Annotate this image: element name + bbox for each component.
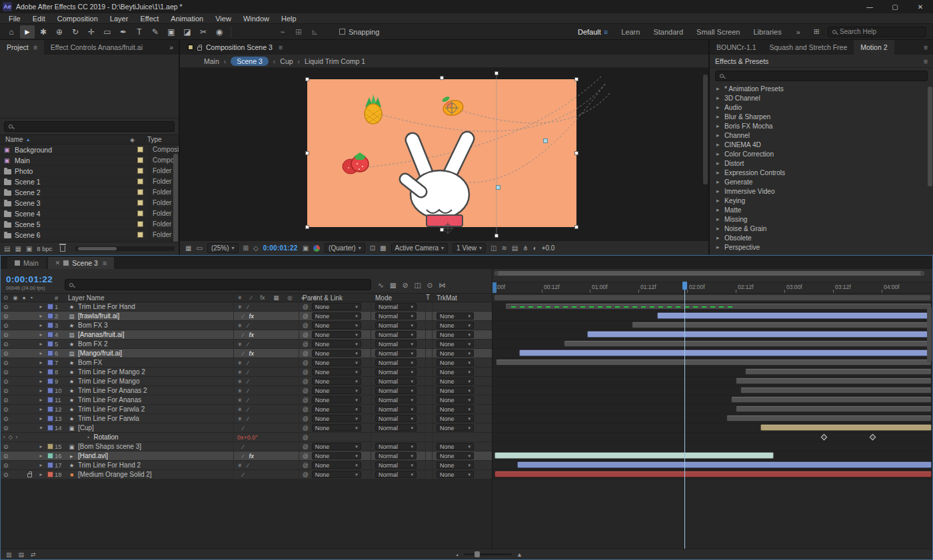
switches-cell[interactable]: ∕ xyxy=(233,423,299,432)
preserve-transparency-cell[interactable] xyxy=(425,451,432,460)
effects-search[interactable] xyxy=(715,71,928,81)
timeline-layer-row-1[interactable]: ⊙▸1★Trim Line For Hand✳∕@None▾Normal▾ xyxy=(1,302,932,312)
layer-label-chip[interactable] xyxy=(47,397,53,403)
effects-category-color-correction[interactable]: ▸Color Correction xyxy=(710,149,933,158)
twirl-icon[interactable]: ▸ xyxy=(716,95,720,101)
row-track[interactable] xyxy=(492,396,932,405)
parent-dropdown[interactable]: None▾ xyxy=(312,368,361,376)
breadcrumb-main[interactable]: Main xyxy=(204,57,219,65)
pickwhip-icon[interactable]: @ xyxy=(303,453,309,459)
twirl-icon[interactable]: ▸ xyxy=(37,360,45,366)
transparency-grid-icon[interactable]: ▩ xyxy=(380,244,386,252)
exposure-icon[interactable]: ◐ xyxy=(533,244,537,252)
trkmat-dropdown[interactable]: None▾ xyxy=(437,443,474,450)
snapshot-icon[interactable]: ▣ xyxy=(303,244,309,252)
mode-dropdown[interactable]: Normal▾ xyxy=(375,415,417,422)
timeline-layer-row-7[interactable]: ⊙▸7★Bom FX✳∕@None▾Normal▾None▾ xyxy=(1,358,932,368)
mode-dropdown[interactable]: Normal▾ xyxy=(375,443,417,450)
trkmat-dropdown[interactable]: None▾ xyxy=(437,331,474,338)
effects-category-perspective[interactable]: ▸Perspective xyxy=(710,242,933,252)
parent-dropdown[interactable]: None▾ xyxy=(312,303,361,310)
parent-dropdown[interactable]: None▾ xyxy=(312,415,361,422)
pickwhip-icon[interactable]: @ xyxy=(303,443,309,450)
timeline-layer-row-12[interactable]: ⊙▸12★Trim Line For Farwla 2✳∕@None▾Norma… xyxy=(1,405,932,414)
parent-dropdown[interactable]: None▾ xyxy=(312,387,361,394)
twirl-icon[interactable]: ▸ xyxy=(37,350,45,356)
layer-name-column-header[interactable]: Layer Name xyxy=(68,294,233,302)
snapping-control[interactable]: Snapping xyxy=(339,28,380,36)
twirl-icon[interactable]: ▸ xyxy=(716,216,720,222)
project-scrollbar[interactable] xyxy=(173,154,178,242)
switches-cell[interactable]: ∕fx xyxy=(233,330,299,339)
row-track[interactable] xyxy=(492,470,932,479)
layer-label-chip[interactable] xyxy=(47,425,53,431)
panel-menu-icon[interactable]: ≡ xyxy=(103,259,107,267)
pickwhip-icon[interactable]: @ xyxy=(303,313,309,320)
twirl-icon[interactable]: ▸ xyxy=(37,304,45,310)
project-row-scene-4[interactable]: Scene 4Folder xyxy=(0,208,179,219)
clone-stamp-tool[interactable]: ▣ xyxy=(164,25,179,39)
timeline-property-row[interactable]: ‹◇›◔Rotation0x+0.0°@ xyxy=(1,433,932,442)
parent-dropdown[interactable]: None▾ xyxy=(312,331,361,338)
effects-category-obsolete[interactable]: ▸Obsolete xyxy=(710,233,933,242)
layer-label-chip[interactable] xyxy=(47,369,53,375)
panel-menu-icon[interactable]: ≡ xyxy=(924,57,928,65)
preserve-transparency-cell[interactable] xyxy=(425,405,432,414)
expand-layer-switches-icon[interactable]: ▥ xyxy=(6,551,12,558)
mode-dropdown[interactable]: Normal▾ xyxy=(375,461,417,469)
project-row-background[interactable]: ▣BackgroundComposi xyxy=(0,144,179,155)
zoom-slider[interactable] xyxy=(464,553,512,555)
twirl-icon[interactable]: ▸ xyxy=(716,188,720,194)
layer-label-chip[interactable] xyxy=(47,378,53,384)
pickwhip-icon[interactable]: @ xyxy=(303,332,309,338)
layer-label-chip[interactable] xyxy=(47,416,53,421)
pickwhip-icon[interactable]: @ xyxy=(303,360,309,366)
layer-name-cell[interactable]: ★Trim Line For Farwla 2 xyxy=(68,406,233,413)
viewer-lock-icon[interactable] xyxy=(197,47,202,51)
twirl-icon[interactable]: ▸ xyxy=(37,313,45,319)
row-track[interactable] xyxy=(492,358,932,368)
effects-category-blur-sharpen[interactable]: ▸Blur & Sharpen xyxy=(710,112,933,121)
project-row-main[interactable]: ▣MainCompos xyxy=(0,155,179,166)
menu-effect[interactable]: Effect xyxy=(134,15,165,23)
project-row-photo[interactable]: PhotoFolder xyxy=(0,166,179,176)
timeline-layer-row-8[interactable]: ⊙▸8★Trim Line For Mango 2✳∕@None▾Normal▾… xyxy=(1,368,932,377)
effects-search-input[interactable] xyxy=(727,73,923,80)
eye-icon[interactable]: ⊙ xyxy=(3,471,9,478)
row-track[interactable] xyxy=(492,451,932,461)
layer-duration-bar[interactable] xyxy=(496,359,932,366)
eye-icon[interactable]: ⊙ xyxy=(3,360,9,366)
layer-name-cell[interactable]: ★Trim Line For Hand xyxy=(68,303,233,310)
snapping-checkbox[interactable] xyxy=(339,29,345,35)
mode-column-header[interactable]: Mode xyxy=(371,294,425,302)
layer-duration-bar[interactable] xyxy=(657,312,932,319)
twirl-icon[interactable]: ▸ xyxy=(37,397,45,403)
layer-label-chip[interactable] xyxy=(47,332,53,338)
twirl-icon[interactable]: ▸ xyxy=(37,378,45,384)
mode-dropdown[interactable]: Normal▾ xyxy=(375,331,417,338)
parent-dropdown[interactable]: None▾ xyxy=(312,378,361,385)
magnification-select[interactable]: (25%)▾ xyxy=(207,243,239,253)
parent-dropdown[interactable]: None▾ xyxy=(312,424,361,431)
layer-duration-bar[interactable] xyxy=(726,415,932,421)
twirl-icon[interactable]: ▸ xyxy=(716,113,720,120)
twirl-icon[interactable]: ▸ xyxy=(37,322,45,328)
layer-name-cell[interactable]: ▤[Mango/fruit.ai] xyxy=(68,350,233,357)
pickwhip-icon[interactable]: @ xyxy=(303,425,309,431)
trkmat-dropdown[interactable]: None▾ xyxy=(437,359,474,366)
menu-window[interactable]: Window xyxy=(237,15,275,23)
show-channel-icon[interactable] xyxy=(313,245,320,252)
timeline-layer-row-5[interactable]: ⊙▸5★Bom FX 2✳∕@None▾Normal▾None▾ xyxy=(1,340,932,349)
eye-icon[interactable]: ⊙ xyxy=(3,388,9,394)
parent-dropdown[interactable]: None▾ xyxy=(312,340,361,348)
composition-canvas[interactable] xyxy=(180,68,708,240)
tab-bouncr-1-1[interactable]: BOUNCr-1.1 xyxy=(710,40,763,55)
label-color-chip[interactable] xyxy=(137,146,143,152)
effects-category-generate[interactable]: ▸Generate xyxy=(710,177,933,186)
workspace-small-screen[interactable]: Small Screen xyxy=(696,28,740,36)
effects-category-boris-fx-mocha[interactable]: ▸Boris FX Mocha xyxy=(710,121,933,131)
switches-cell[interactable]: ✳∕ xyxy=(233,358,299,367)
timeline-layer-row-2[interactable]: ⊙▸2▤[frawla/fruit.ai]∕fx@None▾Normal▾Non… xyxy=(1,312,932,321)
interpret-footage-icon[interactable]: ▤ xyxy=(4,245,10,252)
composition-mini-flowchart-icon[interactable]: ∿ xyxy=(378,281,384,289)
